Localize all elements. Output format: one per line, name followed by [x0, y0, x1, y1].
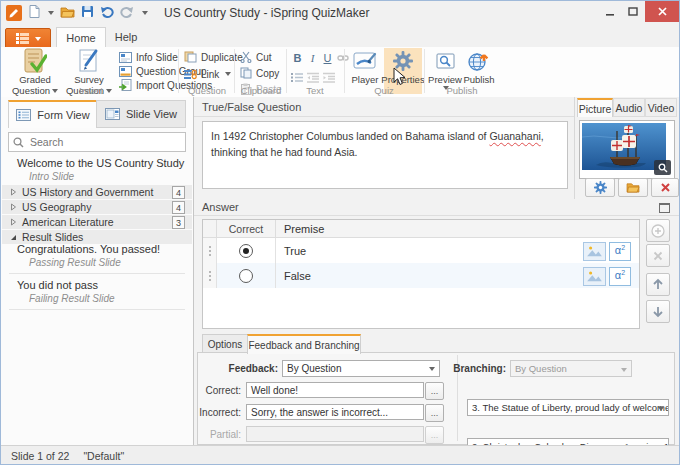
browse-picture-button[interactable] [618, 178, 648, 197]
row-drag-handle[interactable] [203, 238, 217, 263]
move-up-button[interactable] [646, 273, 670, 296]
app-menu-button[interactable] [5, 28, 51, 49]
bold-button[interactable]: B [291, 51, 304, 64]
qat-customize-caret-icon[interactable] [142, 11, 148, 15]
copy-button[interactable]: Copy [240, 66, 282, 80]
quick-access-toolbar [29, 5, 148, 21]
incorrect-more-button[interactable]: ... [425, 404, 444, 422]
undo-button[interactable] [100, 4, 114, 22]
incorrect-feedback-input[interactable]: Sorry, the answer is incorrect... [246, 404, 424, 420]
media-panel-divider [574, 97, 575, 199]
minimize-button[interactable] [599, 1, 621, 22]
picture-properties-button[interactable] [585, 178, 615, 197]
ribbon: Graded Question Survey Question Info Sli… [1, 47, 679, 98]
group-divider [344, 49, 345, 93]
delete-picture-button[interactable] [651, 178, 679, 197]
tab-video[interactable]: Video [645, 98, 677, 117]
equation-button[interactable]: α2 [609, 267, 631, 286]
branching-label: Branching: [443, 363, 506, 374]
search-box [8, 132, 186, 152]
list-separator [9, 309, 185, 310]
underline-button[interactable]: U [321, 51, 334, 64]
incorrect-label: Incorrect: [181, 407, 241, 418]
form-view-label: Form View [37, 109, 89, 121]
slide-item-title[interactable]: Welcome to the US Country Study [17, 157, 184, 169]
tab-feedback-and-branching[interactable]: Feedback and Branching [247, 334, 361, 354]
save-button[interactable] [81, 4, 94, 22]
slide-item-title[interactable]: Congratulations. You passed! [17, 243, 160, 255]
row-picture-button[interactable] [583, 242, 606, 261]
question-picture-frame [579, 120, 675, 179]
close-button[interactable] [645, 1, 679, 22]
tab-picture[interactable]: Picture [577, 98, 613, 117]
form-view-icon [16, 109, 31, 121]
player-icon [353, 48, 377, 74]
answer-row-true[interactable]: True α2 [203, 238, 639, 263]
row-drag-handle[interactable] [203, 263, 217, 288]
feedback-label: Feedback: [201, 363, 278, 374]
tab-form-view[interactable]: Form View [8, 100, 98, 128]
zoom-picture-button[interactable] [654, 160, 671, 175]
cut-button[interactable]: Cut [240, 50, 282, 64]
delete-cross-icon [661, 183, 670, 192]
delete-answer-button[interactable] [646, 244, 670, 267]
open-button[interactable] [60, 4, 75, 22]
feedback-mode-select[interactable]: By Question [282, 360, 440, 377]
tree-group-us-history[interactable]: US History and Government 4 [2, 185, 192, 199]
tree-group-result-slides[interactable]: Result Slides [2, 230, 192, 244]
text-group-label: Text [288, 85, 342, 96]
tree-group-american-literature[interactable]: American Literature 3 [2, 215, 192, 229]
select-caret-icon [658, 407, 664, 411]
collapsed-triangle-icon [10, 218, 17, 226]
new-document-button[interactable] [29, 4, 40, 22]
tree-group-us-geography[interactable]: US Geography 4 [2, 200, 192, 214]
app-menu-caret-icon [35, 37, 41, 41]
magnifier-icon [658, 163, 668, 173]
count-badge: 3 [172, 216, 185, 229]
partial-label: Partial: [181, 429, 241, 440]
group-divider [234, 49, 235, 93]
slide-counter: Slide 1 of 22 [11, 450, 69, 462]
tab-options[interactable]: Options [202, 334, 248, 354]
partial-feedback-input[interactable] [246, 426, 424, 442]
slide-item-title[interactable]: You did not pass [17, 279, 98, 291]
radio-false-unselected[interactable] [239, 269, 253, 283]
group-divider [424, 49, 425, 93]
slide-view-icon [105, 108, 120, 120]
publish-globe-icon [468, 48, 490, 74]
tab-audio[interactable]: Audio [613, 98, 645, 117]
question-text-editor[interactable]: In 1492 Christopher Columbus landed on B… [202, 121, 568, 189]
collapsed-triangle-icon [10, 188, 17, 196]
move-down-button[interactable] [646, 300, 670, 323]
preview-label: Preview [428, 74, 462, 85]
search-input[interactable] [28, 135, 185, 149]
info-slide-icon [119, 52, 132, 63]
expand-answer-icon[interactable] [659, 203, 670, 213]
picture-icon [586, 270, 603, 283]
radio-true-selected[interactable] [239, 244, 253, 258]
application-window: US Country Study - iSpring QuizMaker Hom… [0, 0, 680, 465]
answer-row-false[interactable]: False α2 [203, 263, 639, 288]
correct-more-button[interactable]: ... [425, 382, 444, 400]
tab-slide-view[interactable]: Slide View [96, 100, 186, 128]
branch-correct-select[interactable]: 3. The Statue of Liberty, proud lady of … [467, 399, 669, 416]
count-badge: 4 [172, 201, 185, 214]
branching-mode-select[interactable]: By Question [510, 360, 632, 377]
slide-item-subtitle: Failing Result Slide [29, 293, 115, 304]
row-picture-button[interactable] [583, 267, 606, 286]
survey-question-icon [77, 48, 101, 74]
new-document-caret-icon[interactable] [48, 11, 54, 15]
publish-label: Publish [463, 74, 494, 85]
equation-button[interactable]: α2 [609, 242, 631, 261]
tab-help[interactable]: Help [104, 27, 148, 47]
question-type-title: True/False Question [202, 101, 301, 113]
correct-feedback-input[interactable]: Well done! [246, 382, 424, 398]
add-answer-button[interactable] [646, 219, 670, 242]
maximize-button[interactable] [622, 1, 644, 22]
partial-more-button[interactable]: ... [425, 426, 444, 444]
redo-button[interactable] [120, 4, 134, 22]
answer-table-header: Correct Premise [203, 220, 639, 238]
clipboard-group-label: Clipboard [236, 85, 286, 96]
tab-home[interactable]: Home [56, 27, 106, 48]
italic-button[interactable]: I [306, 51, 319, 64]
